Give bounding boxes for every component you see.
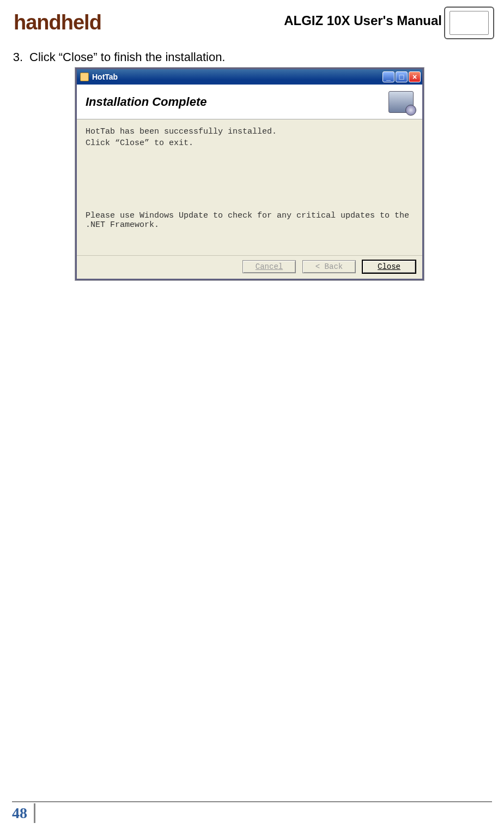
brand-logo: handheld [14,11,101,34]
banner-title: Installation Complete [86,95,207,109]
body-line-1: HotTab has been successfully installed. [86,127,414,136]
back-button: < Back [302,260,356,273]
installer-app-icon [80,73,89,81]
header-right: ALGIZ 10X User's Manual [284,11,494,39]
page-header: handheld ALGIZ 10X User's Manual [0,0,504,45]
installer-body: HotTab has been successfully installed. … [77,119,422,256]
installer-window: HotTab _ □ × Installation Complete HotTa… [75,68,424,280]
minimize-button[interactable]: _ [382,71,394,82]
step-text: Click “Close” to finish the installation… [29,50,225,64]
body-note: Please use Windows Update to check for a… [86,211,414,230]
window-titlebar[interactable]: HotTab _ □ × [77,69,422,85]
computer-cd-icon [388,91,414,113]
installer-footer: Cancel < Back Close [77,256,422,279]
step-number: 3. [8,50,23,64]
body-line-2: Click “Close” to exit. [86,139,414,148]
page-number: 48 [12,803,35,823]
window-close-button[interactable]: × [409,71,421,82]
step-item: 3.Click “Close” to finish the installati… [29,50,504,64]
maximize-button[interactable]: □ [396,71,408,82]
installer-banner: Installation Complete [77,85,422,119]
manual-title: ALGIZ 10X User's Manual [284,13,442,28]
window-title: HotTab [92,73,118,81]
page-footer: 48 [12,801,492,823]
device-outline-icon [444,7,494,39]
cancel-button: Cancel [242,260,296,273]
close-button[interactable]: Close [362,260,416,273]
instruction-list: 3.Click “Close” to finish the installati… [0,45,504,280]
